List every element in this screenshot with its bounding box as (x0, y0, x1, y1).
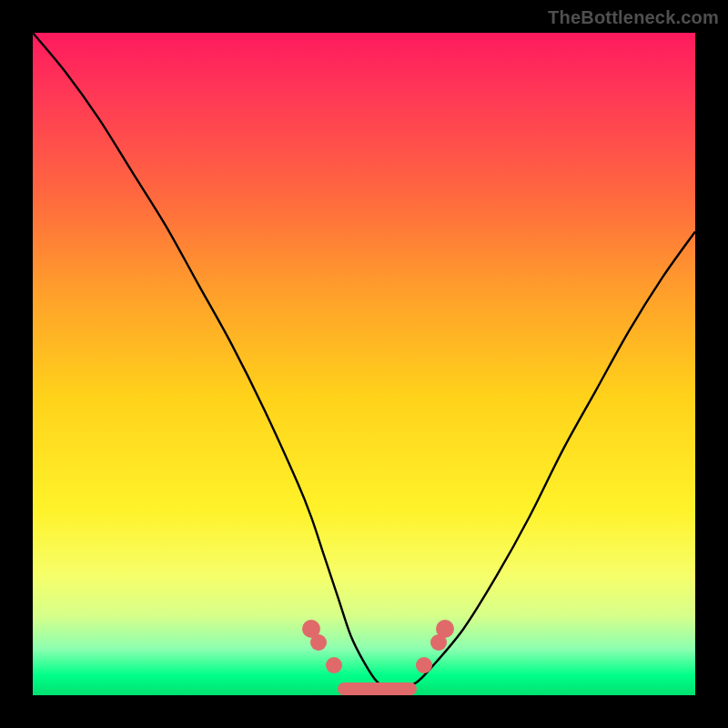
plot-area (33, 33, 695, 695)
marker-dot (310, 634, 327, 651)
marker-dot (326, 657, 342, 673)
marker-dot (436, 620, 454, 638)
chart-frame: TheBottleneck.com (0, 0, 728, 728)
bottleneck-curve (33, 33, 695, 695)
curve-path (33, 33, 695, 690)
marker-dot (416, 657, 432, 673)
trough-marker (338, 682, 417, 695)
watermark-text: TheBottleneck.com (548, 7, 719, 28)
